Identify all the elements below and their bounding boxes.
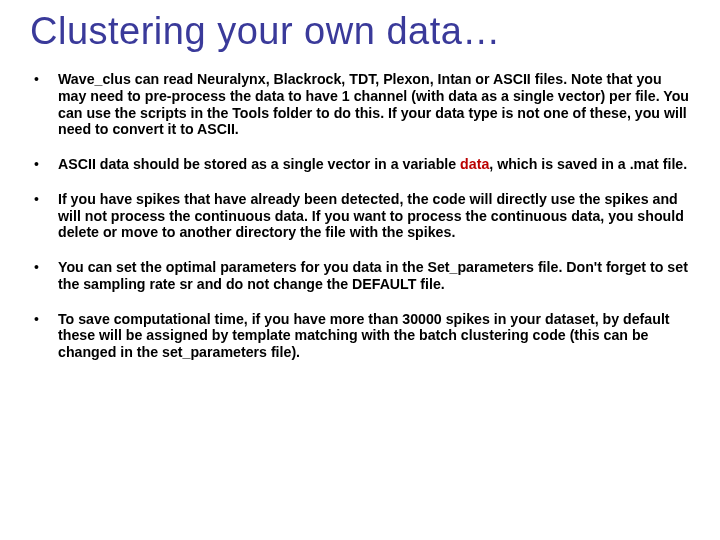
highlight-text: data — [460, 156, 489, 172]
list-item: You can set the optimal parameters for y… — [30, 259, 690, 293]
page-title: Clustering your own data… — [30, 10, 690, 53]
text-fragment: ASCII data should be stored as a single … — [58, 156, 460, 172]
list-item: Wave_clus can read Neuralynx, Blackrock,… — [30, 71, 690, 138]
list-item: To save computational time, if you have … — [30, 311, 690, 361]
bullet-list: Wave_clus can read Neuralynx, Blackrock,… — [30, 71, 690, 361]
list-item: ASCII data should be stored as a single … — [30, 156, 690, 173]
text-fragment: , which is saved in a .mat file. — [489, 156, 687, 172]
list-item: If you have spikes that have already bee… — [30, 191, 690, 241]
slide: Clustering your own data… Wave_clus can … — [0, 0, 720, 399]
